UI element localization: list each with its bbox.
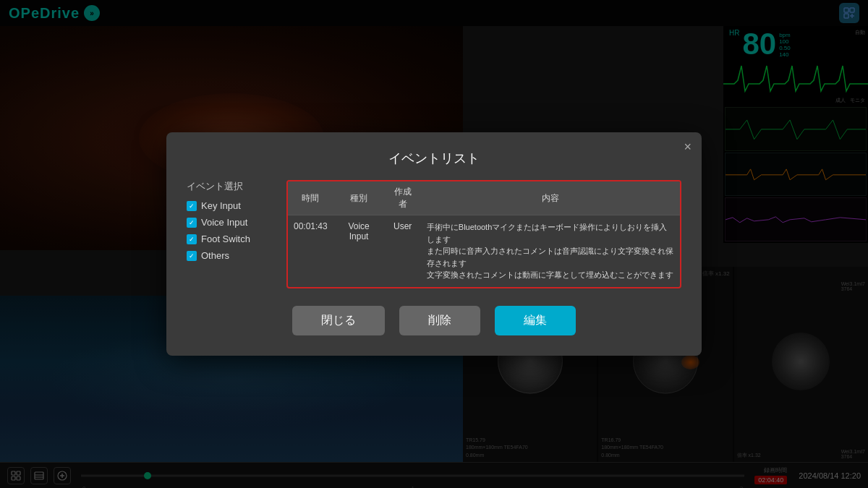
event-table: 時間 種別 作成者 内容 00:01:43 Voice Input User 手… xyxy=(288,181,680,287)
modal: イベントリスト × イベント選択 ✓ Key Input ✓ Voice Inp… xyxy=(166,132,702,356)
cell-content: 手術中にBluetoothマイクまたはキーボード操作によりしおりを挿入しますまた… xyxy=(421,215,680,287)
table-row[interactable]: 00:01:43 Voice Input User 手術中にBluetoothマ… xyxy=(288,215,680,287)
filter-label-key-input: Key Input xyxy=(201,200,241,211)
delete-button[interactable]: 削除 xyxy=(399,306,480,335)
col-header-author: 作成者 xyxy=(384,181,420,215)
filter-foot-switch[interactable]: ✓ Foot Switch xyxy=(187,234,273,244)
cell-time: 00:01:43 xyxy=(288,215,333,287)
close-button[interactable]: 閉じる xyxy=(292,306,385,335)
modal-buttons: 閉じる 削除 編集 xyxy=(187,306,681,335)
cell-author: User xyxy=(384,215,420,287)
filter-label-foot-switch: Foot Switch xyxy=(201,234,250,244)
modal-overlay: イベントリスト × イベント選択 ✓ Key Input ✓ Voice Inp… xyxy=(0,0,868,488)
checkbox-key-input: ✓ xyxy=(187,201,197,211)
checkbox-voice-input: ✓ xyxy=(187,218,197,228)
modal-body: イベント選択 ✓ Key Input ✓ Voice Input ✓ Foot … xyxy=(187,180,681,288)
col-header-content: 内容 xyxy=(421,181,680,215)
filter-title: イベント選択 xyxy=(187,180,273,193)
col-header-time: 時間 xyxy=(288,181,333,215)
filter-voice-input[interactable]: ✓ Voice Input xyxy=(187,217,273,228)
cell-type: Voice Input xyxy=(333,215,385,287)
event-table-wrapper: 時間 種別 作成者 内容 00:01:43 Voice Input User 手… xyxy=(286,180,681,288)
modal-title: イベントリスト xyxy=(187,150,681,167)
checkbox-others: ✓ xyxy=(187,251,197,261)
filter-key-input[interactable]: ✓ Key Input xyxy=(187,200,273,211)
edit-button[interactable]: 編集 xyxy=(495,306,576,335)
filter-sidebar: イベント選択 ✓ Key Input ✓ Voice Input ✓ Foot … xyxy=(187,180,273,288)
filter-others[interactable]: ✓ Others xyxy=(187,250,273,261)
filter-label-voice-input: Voice Input xyxy=(201,217,247,228)
checkbox-foot-switch: ✓ xyxy=(187,234,197,244)
col-header-type: 種別 xyxy=(333,181,385,215)
filter-label-others: Others xyxy=(201,250,229,261)
modal-close-button[interactable]: × xyxy=(684,140,692,155)
